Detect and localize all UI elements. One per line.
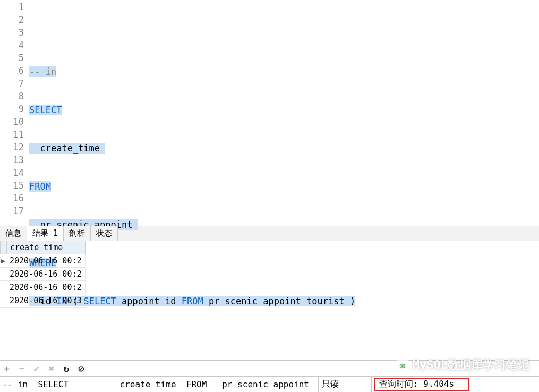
- line-number: 1: [0, 2, 29, 14]
- line-number: 16: [0, 193, 29, 206]
- wechat-icon: ✉: [396, 358, 409, 372]
- tab-result-1[interactable]: 结果 1: [27, 226, 64, 241]
- line-number: 15: [0, 180, 29, 193]
- delete-record-button[interactable]: −: [17, 363, 27, 374]
- code-area[interactable]: -- in SELECT create_time FROM pr_scenic_…: [29, 0, 539, 226]
- line-number: 9: [0, 104, 29, 116]
- code-keyword: SELECT: [83, 296, 116, 306]
- line-number: 14: [0, 167, 29, 180]
- status-bar: -- in SELECT create_time FROM pr_scenic_…: [0, 376, 539, 392]
- line-number: 13: [0, 155, 29, 167]
- code-identifier: pr_scenic_appoint_tourist: [209, 296, 345, 306]
- status-readonly: 只读: [319, 377, 372, 392]
- code-keyword: SELECT: [29, 105, 62, 115]
- code-keyword: FROM: [29, 181, 51, 192]
- tab-profile[interactable]: 剖析: [64, 226, 91, 241]
- line-number: 8: [0, 91, 29, 104]
- line-number: 6: [0, 65, 29, 78]
- watermark-text: MySQL数据库学习笔记: [413, 357, 529, 373]
- code-comment: -- in: [29, 66, 56, 77]
- line-gutter: 1 2 3 4 5 6 7 8 9 10 11 12 13 14 15 16 1…: [0, 0, 29, 226]
- stop-icon[interactable]: ⊘: [76, 363, 86, 374]
- tab-status[interactable]: 状态: [91, 226, 118, 241]
- refresh-icon[interactable]: ↻: [62, 363, 71, 374]
- code-identifier: appoint_id: [122, 296, 176, 306]
- line-number: 4: [0, 40, 29, 53]
- line-number: 12: [0, 142, 29, 155]
- tab-info[interactable]: 信息: [0, 226, 27, 241]
- status-query-time: 查询时间: 9.404s: [374, 378, 469, 391]
- line-number: 3: [0, 27, 29, 40]
- code-keyword: FROM: [182, 296, 203, 306]
- line-number: 10: [0, 116, 29, 129]
- status-sql-preview: -- in SELECT create_time FROM pr_scenic_…: [0, 377, 319, 392]
- watermark: ✉ MySQL数据库学习笔记: [396, 357, 529, 373]
- current-row-marker-icon: ▶: [0, 254, 6, 268]
- sql-editor[interactable]: 1 2 3 4 5 6 7 8 9 10 11 12 13 14 15 16 1…: [0, 0, 539, 226]
- line-number: 5: [0, 53, 29, 65]
- line-number: 7: [0, 78, 29, 91]
- line-number: 17: [0, 206, 29, 218]
- cancel-button[interactable]: ✖: [47, 363, 56, 374]
- add-record-button[interactable]: +: [2, 363, 12, 374]
- row-marker-header: [0, 241, 6, 254]
- line-number: 2: [0, 14, 29, 27]
- line-number: 11: [0, 129, 29, 142]
- code-identifier: create_time: [40, 143, 100, 154]
- apply-button[interactable]: ✔: [32, 363, 41, 374]
